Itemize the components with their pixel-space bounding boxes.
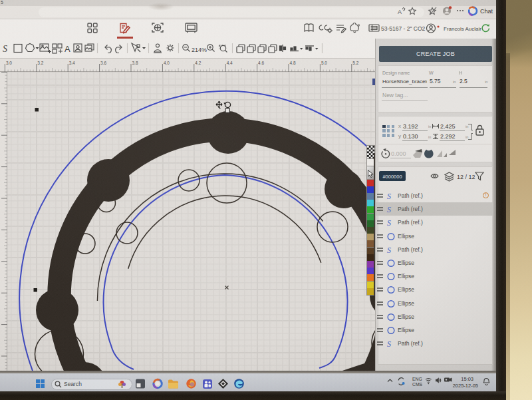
svg-text:A: A — [65, 44, 70, 54]
svg-text:CMS: CMS — [412, 382, 423, 387]
svg-text:Chat: Chat — [480, 8, 493, 15]
svg-text:S: S — [387, 246, 391, 254]
svg-text:12 / 12: 12 / 12 — [457, 174, 475, 180]
svg-text:S: S — [387, 192, 391, 200]
svg-text:A: A — [398, 9, 402, 15]
svg-text:214%: 214% — [192, 47, 207, 53]
svg-text:15:03: 15:03 — [461, 376, 473, 382]
svg-text:2025-12-05: 2025-12-05 — [453, 383, 478, 389]
svg-text:S: S — [387, 218, 391, 227]
svg-text:S: S — [3, 44, 7, 54]
svg-text:S: S — [387, 339, 391, 348]
svg-text:Francois Auclair: Francois Auclair — [444, 26, 481, 32]
svg-text:S: S — [387, 205, 391, 214]
svg-text:53-5167 - 2" CO2: 53-5167 - 2" CO2 — [381, 25, 426, 32]
svg-text:ENG: ENG — [412, 377, 422, 381]
